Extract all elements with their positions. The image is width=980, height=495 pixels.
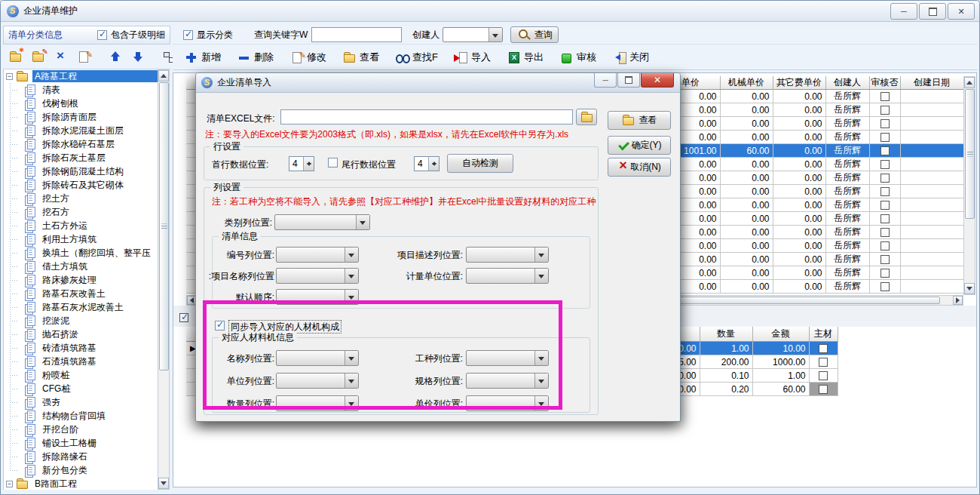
tree-root-item[interactable]: −B路面工程 bbox=[4, 477, 158, 490]
tree-item[interactable]: 拆除钢筋混凝土结构 bbox=[4, 164, 158, 178]
dialog-title-bar[interactable]: 企业清单导入 ─ ✕ bbox=[196, 73, 680, 93]
remove-button[interactable]: 删除 bbox=[237, 51, 274, 64]
tree-item[interactable]: 强夯 bbox=[4, 395, 158, 409]
edit-note-icon[interactable] bbox=[75, 50, 92, 64]
tree-item[interactable]: 拆除路缘石 bbox=[4, 450, 158, 463]
first-row-spinner[interactable]: 4 bbox=[289, 156, 314, 171]
keyword-input[interactable] bbox=[311, 27, 402, 42]
modify-button[interactable]: 修改 bbox=[290, 51, 326, 64]
audit-checkbox[interactable] bbox=[880, 214, 890, 223]
audit-checkbox[interactable] bbox=[880, 282, 890, 291]
tree-item[interactable]: 路基石灰水泥改善土 bbox=[4, 300, 158, 314]
tree-item[interactable]: 拆除水泥混凝土面层 bbox=[4, 124, 158, 137]
partial-checkbox[interactable] bbox=[179, 313, 188, 322]
import-button[interactable]: 导入 bbox=[455, 51, 491, 64]
browse-button[interactable] bbox=[576, 109, 597, 125]
export-button[interactable]: 导出 bbox=[507, 51, 544, 64]
audit-checkbox[interactable] bbox=[880, 160, 890, 169]
tree-item[interactable]: 拆除沥青面层 bbox=[4, 110, 158, 124]
creator-combobox[interactable] bbox=[443, 27, 503, 42]
audit-checkbox[interactable] bbox=[880, 201, 890, 210]
tree-scrollbar-thumb[interactable] bbox=[159, 82, 169, 370]
auto-detect-button[interactable]: 自动检测 bbox=[447, 154, 513, 173]
audit-checkbox[interactable] bbox=[880, 119, 890, 128]
excel-file-input[interactable] bbox=[280, 109, 573, 125]
tree-item[interactable]: 利用土方填筑 bbox=[4, 232, 158, 246]
dialog-close-button[interactable]: ✕ bbox=[641, 73, 674, 88]
tree-item[interactable]: 挖石方 bbox=[4, 205, 158, 219]
tree-item[interactable]: 换填土（翻挖回填、整平压 bbox=[4, 246, 158, 260]
tree-item[interactable]: 挖淤泥 bbox=[4, 314, 158, 327]
list-table-vscrollbar-thumb[interactable] bbox=[965, 89, 975, 219]
show-category-checkbox[interactable] bbox=[183, 30, 193, 40]
tree-item[interactable]: 土石方外运 bbox=[4, 219, 158, 232]
dialog-view-button[interactable]: 查看 bbox=[608, 111, 671, 130]
move-up-icon[interactable] bbox=[107, 50, 124, 64]
dialog-minimize-button[interactable]: ─ bbox=[594, 73, 617, 88]
new-folder-icon[interactable] bbox=[8, 50, 24, 64]
edit-folder-icon[interactable] bbox=[30, 50, 47, 64]
audit-checkbox[interactable] bbox=[880, 255, 890, 264]
tree-item[interactable]: 伐树刨根 bbox=[4, 97, 158, 110]
tree-item[interactable]: 结构物台背回填 bbox=[4, 409, 158, 423]
desc-col-combobox[interactable] bbox=[466, 247, 549, 263]
main-material-checkbox[interactable] bbox=[819, 358, 828, 367]
tree-item[interactable]: 拆除石灰土基层 bbox=[4, 151, 158, 164]
search-button[interactable]: 查询 bbox=[510, 26, 559, 43]
audit-button[interactable]: 审核 bbox=[560, 51, 596, 64]
ok-button[interactable]: 确定(Y) bbox=[608, 136, 671, 155]
tree-item[interactable]: 清表 bbox=[4, 83, 158, 97]
audit-checkbox[interactable] bbox=[880, 241, 890, 251]
tree-item[interactable]: CFG桩 bbox=[4, 382, 158, 395]
dialog-maximize-button[interactable] bbox=[617, 73, 640, 88]
cancel-button[interactable]: 取消(N) bbox=[608, 158, 671, 177]
unit-col-combobox[interactable] bbox=[466, 268, 549, 284]
audit-checkbox[interactable] bbox=[880, 187, 890, 196]
tree-expander[interactable]: − bbox=[6, 481, 13, 487]
tree-item[interactable]: 铺设土工格栅 bbox=[4, 436, 158, 450]
tail-row-spinner[interactable]: 4 bbox=[414, 156, 439, 171]
tail-row-checkbox[interactable] bbox=[328, 158, 338, 168]
audit-checkbox[interactable] bbox=[880, 106, 890, 115]
maximize-button[interactable] bbox=[919, 3, 946, 20]
audit-checkbox[interactable] bbox=[880, 174, 890, 183]
list-doc-icon bbox=[23, 207, 37, 218]
find-button[interactable]: 查找F bbox=[396, 51, 438, 64]
category-combobox[interactable] bbox=[274, 214, 370, 230]
main-material-checkbox[interactable] bbox=[819, 371, 828, 380]
tree-item[interactable]: 挖土方 bbox=[4, 192, 158, 205]
tree-item[interactable]: 路基石灰改善土 bbox=[4, 287, 158, 300]
add-button[interactable]: 新增 bbox=[185, 51, 221, 64]
name-col-combobox[interactable] bbox=[276, 268, 359, 284]
tree-item[interactable]: 拆除水稳碎石基层 bbox=[4, 137, 158, 151]
tree-expander[interactable]: − bbox=[6, 73, 13, 80]
include-children-checkbox[interactable] bbox=[97, 30, 107, 40]
main-material-checkbox[interactable] bbox=[819, 344, 828, 353]
title-bar[interactable]: 企业清单维护 ─ ✕ bbox=[1, 1, 979, 22]
tree-item[interactable]: 砖渣填筑路基 bbox=[4, 341, 158, 355]
tree-item[interactable]: 拆除砖石及其它砌体 bbox=[4, 178, 158, 192]
audit-checkbox[interactable] bbox=[880, 92, 890, 101]
view-button[interactable]: 查看 bbox=[343, 51, 379, 64]
close-button[interactable]: 关闭 bbox=[613, 51, 649, 64]
tree-scrollbar[interactable] bbox=[158, 69, 170, 490]
tree-root-item[interactable]: −A路基工程 bbox=[4, 69, 158, 83]
minimize-button[interactable]: ─ bbox=[890, 3, 917, 20]
audit-checkbox[interactable] bbox=[880, 146, 890, 155]
audit-checkbox[interactable] bbox=[880, 228, 890, 237]
tree-item[interactable]: 新分包分类 bbox=[4, 463, 158, 477]
delete-icon[interactable] bbox=[53, 50, 69, 64]
tree-item[interactable]: 借土方填筑 bbox=[4, 260, 158, 273]
audit-checkbox[interactable] bbox=[880, 269, 890, 278]
tree-item[interactable]: 路床掺灰处理 bbox=[4, 273, 158, 287]
tree-item[interactable]: 粉喷桩 bbox=[4, 368, 158, 382]
main-material-checkbox[interactable] bbox=[819, 385, 828, 394]
code-col-combobox[interactable] bbox=[276, 247, 359, 263]
move-down-icon[interactable] bbox=[130, 50, 146, 64]
tree-item[interactable]: 石渣填筑路基 bbox=[4, 355, 158, 368]
close-button[interactable]: ✕ bbox=[948, 3, 975, 20]
tree-item[interactable]: 开挖台阶 bbox=[4, 423, 158, 436]
tree-item[interactable]: 抛石挤淤 bbox=[4, 327, 158, 341]
list-table-vscrollbar[interactable] bbox=[963, 76, 975, 295]
audit-checkbox[interactable] bbox=[880, 133, 890, 142]
